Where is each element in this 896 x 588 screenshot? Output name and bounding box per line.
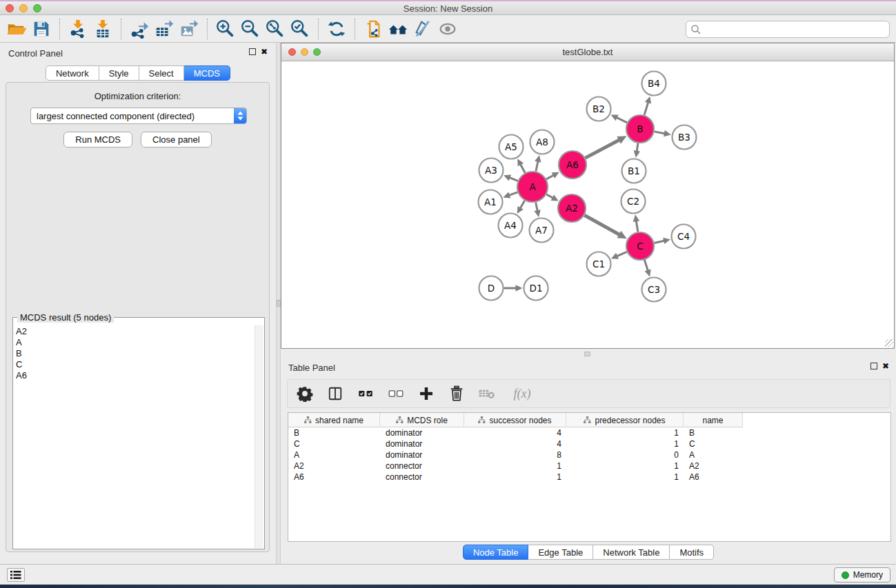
close-panel-icon[interactable]: ✖ [882, 363, 889, 369]
deselect-all-rows-button[interactable] [386, 383, 406, 404]
graph-node-D1[interactable]: D1 [524, 276, 548, 301]
function-builder-button[interactable]: f(x) [507, 383, 537, 404]
graph-edge-B-B3[interactable] [655, 132, 666, 134]
graph-node-A8[interactable]: A8 [530, 130, 555, 154]
graph-node-A3[interactable]: A3 [479, 159, 504, 183]
graph-edge-B-B4[interactable] [644, 101, 648, 115]
task-history-button[interactable] [7, 568, 25, 582]
export-image-button[interactable] [177, 17, 201, 41]
graph-edge-A6-B[interactable] [586, 139, 620, 158]
graph-edge-C-C3[interactable] [644, 260, 648, 272]
graph-node-C3[interactable]: C3 [642, 278, 666, 302]
zoom-in-button[interactable] [213, 17, 238, 41]
graph-node-C1[interactable]: C1 [587, 252, 611, 276]
graph-edge-C-C4[interactable] [654, 241, 665, 243]
table-row[interactable]: A6connector11A6 [288, 472, 890, 483]
table-tab-network-table[interactable]: Network Table [593, 545, 670, 560]
column-header-predecessor-nodes[interactable]: predecessor nodes [566, 413, 684, 427]
tab-style[interactable]: Style [99, 65, 139, 81]
divider-grip[interactable] [584, 352, 590, 356]
graph-edge-A-A3[interactable] [509, 177, 518, 181]
delete-columns-button[interactable] [446, 383, 467, 404]
table-row[interactable]: Cdominator41C [288, 438, 890, 449]
horizontal-split-divider[interactable] [281, 349, 896, 358]
close-panel-button[interactable]: Close panel [141, 132, 212, 148]
export-table-button[interactable] [152, 17, 177, 41]
graph-edge-A-A8[interactable] [536, 161, 538, 172]
graph-node-A6[interactable]: A6 [559, 151, 586, 179]
select-all-rows-button[interactable] [355, 383, 376, 404]
graph-node-D[interactable]: D [479, 276, 504, 301]
show-graphics-details-button[interactable] [435, 17, 460, 41]
result-item[interactable]: A6 [16, 370, 253, 381]
graph-edge-B-B2[interactable] [616, 117, 627, 123]
window-resize-grip[interactable] [885, 339, 893, 347]
graph-node-A5[interactable]: A5 [499, 135, 524, 159]
create-column-button[interactable] [416, 383, 437, 404]
graph-node-C[interactable]: C [626, 232, 654, 260]
graph-edge-A-A4[interactable] [520, 201, 525, 209]
table-row[interactable]: Bdominator41B [288, 427, 890, 438]
tab-mcds[interactable]: MCDS [184, 65, 230, 81]
refresh-button[interactable] [324, 17, 349, 41]
graph-edge-A-A5[interactable] [520, 163, 525, 172]
zoom-selected-button[interactable] [288, 17, 312, 41]
graph-node-B2[interactable]: B2 [587, 97, 611, 121]
show-columns-button[interactable] [325, 383, 346, 404]
table-row[interactable]: A2connector11A2 [288, 460, 890, 472]
tab-select[interactable]: Select [139, 65, 184, 81]
result-item[interactable]: A [16, 337, 253, 348]
graph-node-B1[interactable]: B1 [622, 159, 646, 183]
cybrowser-button[interactable] [386, 17, 410, 41]
tab-network[interactable]: Network [46, 65, 99, 81]
column-header-successor-nodes[interactable]: successor nodes [464, 413, 566, 427]
column-header-MCDS-role[interactable]: MCDS role [380, 413, 464, 427]
table-tab-node-table[interactable]: Node Table [463, 545, 529, 560]
search-input[interactable] [701, 24, 889, 34]
search-field[interactable] [686, 21, 890, 38]
table-tab-motifs[interactable]: Motifs [670, 545, 714, 560]
close-panel-icon[interactable]: ✖ [261, 48, 268, 55]
graph-edge-A-A7[interactable] [536, 203, 538, 212]
run-mcds-button[interactable]: Run MCDS [63, 132, 132, 148]
network-from-selection-button[interactable] [361, 17, 386, 41]
graph-node-A[interactable]: A [517, 172, 548, 202]
import-network-button[interactable] [66, 17, 90, 41]
column-header-name[interactable]: name [684, 413, 743, 427]
vertical-split-divider[interactable] [276, 43, 281, 564]
save-session-button[interactable] [29, 17, 54, 41]
graph-edge-A-A1[interactable] [508, 192, 517, 196]
graph-edge-C-C1[interactable] [616, 252, 626, 256]
result-item[interactable]: C [16, 359, 253, 370]
graph-node-A7[interactable]: A7 [530, 219, 554, 243]
network-canvas[interactable]: B4B2BB3A5A8A6B1A3AA1C2A2A4A7CC4C1C3DD1 [281, 61, 894, 348]
result-item[interactable]: A2 [16, 326, 253, 337]
delete-table-button[interactable] [477, 383, 497, 404]
graph-node-C4[interactable]: C4 [672, 225, 696, 249]
criterion-dropdown[interactable]: largest connected component (directed) [30, 108, 247, 124]
export-network-button[interactable] [127, 17, 152, 41]
graph-node-A1[interactable]: A1 [479, 190, 503, 214]
zoom-out-button[interactable] [238, 17, 263, 41]
graph-node-C2[interactable]: C2 [621, 190, 646, 214]
graph-node-B4[interactable]: B4 [642, 72, 666, 96]
memory-button[interactable]: Memory [834, 567, 890, 582]
float-panel-icon[interactable] [249, 48, 256, 55]
zoom-fit-button[interactable] [263, 17, 288, 41]
graph-node-B3[interactable]: B3 [673, 125, 697, 150]
graph-node-A2[interactable]: A2 [558, 194, 586, 222]
result-item[interactable]: B [16, 348, 253, 359]
float-panel-icon[interactable] [870, 363, 877, 369]
table-tab-edge-table[interactable]: Edge Table [528, 545, 593, 560]
import-table-button[interactable] [90, 17, 115, 41]
hide-graphics-details-button[interactable] [410, 17, 435, 41]
graph-node-A4[interactable]: A4 [499, 214, 523, 238]
result-scrollbar[interactable] [255, 325, 263, 548]
table-options-button[interactable] [295, 383, 315, 404]
column-header-shared-name[interactable]: shared name [288, 413, 380, 427]
open-file-button[interactable] [4, 17, 29, 41]
table-row[interactable]: Adominator80A [288, 449, 890, 460]
graph-edge-A2-C[interactable] [584, 215, 620, 235]
graph-edge-C-C2[interactable] [636, 220, 638, 232]
graph-node-B[interactable]: B [626, 115, 654, 143]
